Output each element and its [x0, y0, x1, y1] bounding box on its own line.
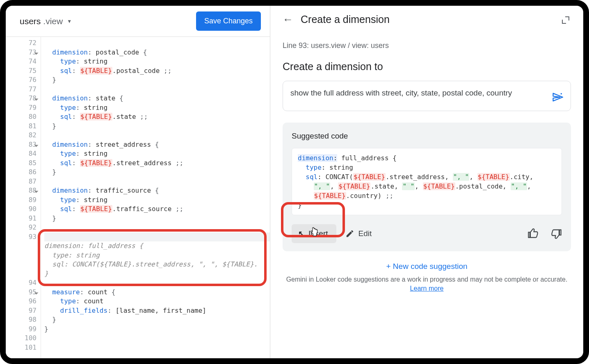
disclaimer: Gemini in Looker code suggestions are a …	[283, 275, 571, 293]
editor-header: users.view ▼ Save Changes	[6, 6, 270, 37]
prompt-input[interactable]: show the full address with street, city,…	[283, 81, 571, 111]
new-suggestion-link[interactable]: + New code suggestion	[386, 262, 467, 271]
file-base-name: users	[20, 16, 41, 26]
sub-title: Create a dimension to	[283, 61, 571, 73]
back-arrow-icon[interactable]: ←	[283, 13, 293, 26]
suggestion-code[interactable]: dimension: full_address { type: string s…	[292, 148, 562, 215]
action-row: ↖ Insert Edit	[292, 224, 562, 243]
chevron-down-icon: ▼	[67, 18, 72, 24]
file-name-dropdown[interactable]: users.view ▼	[20, 16, 72, 26]
prompt-text: show the full address with street, city,…	[290, 89, 512, 97]
editor-pane: users.view ▼ Save Changes 72737475767778…	[6, 6, 270, 358]
edit-button[interactable]: Edit	[345, 229, 372, 238]
new-suggestion-row: + New code suggestion	[283, 262, 571, 271]
assistant-header: ← Create a dimension	[283, 6, 571, 32]
line-info: Line 93: users.view / view: users	[283, 41, 571, 50]
insert-button[interactable]: ↖ Insert	[292, 224, 336, 243]
pencil-icon	[345, 229, 354, 238]
suggestion-label: Suggested code	[292, 132, 562, 141]
line-gutter: 7273747576777879808182838485868788899091…	[6, 37, 41, 358]
suggestion-panel: Suggested code dimension: full_address {…	[283, 123, 571, 251]
insert-label: Insert	[308, 229, 328, 238]
send-icon[interactable]	[552, 91, 563, 105]
code-area[interactable]: dimension: postal_code { type: string sq…	[41, 37, 270, 358]
code-editor[interactable]: 7273747576777879808182838485868788899091…	[6, 37, 270, 358]
learn-more-link[interactable]: Learn more	[410, 285, 444, 292]
svg-point-0	[561, 93, 562, 95]
assistant-pane: ← Create a dimension Line 93: users.view…	[270, 6, 583, 358]
save-button[interactable]: Save Changes	[196, 11, 261, 31]
edit-label: Edit	[358, 229, 372, 238]
insert-arrow-icon: ↖	[298, 229, 304, 238]
assistant-title: Create a dimension	[301, 14, 390, 25]
file-extension: .view	[43, 16, 63, 26]
collapse-icon[interactable]	[562, 16, 569, 24]
thumbs-up-icon[interactable]	[527, 228, 539, 239]
thumbs-down-icon[interactable]	[550, 228, 562, 239]
feedback-thumbs	[527, 228, 562, 239]
disclaimer-text: Gemini in Looker code suggestions are a …	[286, 276, 568, 283]
